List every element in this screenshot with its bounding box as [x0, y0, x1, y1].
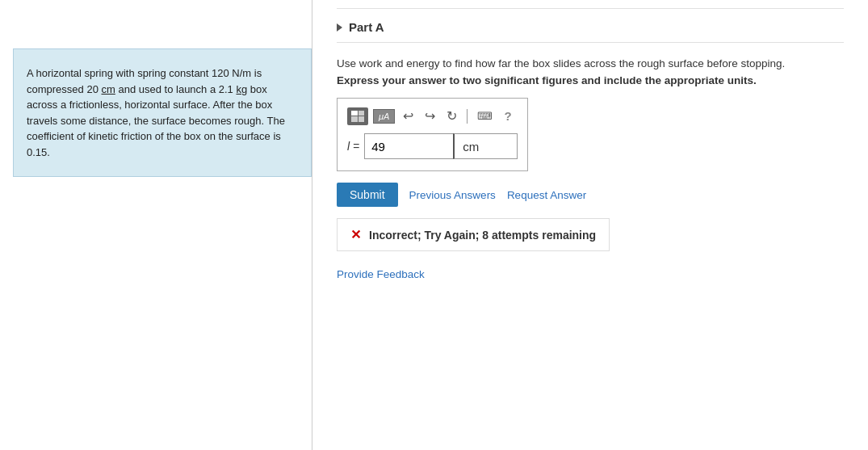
previous-answers-link[interactable]: Previous Answers — [409, 189, 496, 201]
instruction-bold: Express your answer to two significant f… — [337, 74, 844, 86]
error-box: ✕ Incorrect; Try Again; 8 attempts remai… — [337, 218, 610, 251]
matrix-button[interactable] — [347, 107, 368, 125]
answer-box: μA ↩ ↪ ↻ ⌨ ? l = cm — [337, 98, 528, 171]
matrix-icon — [351, 111, 364, 122]
part-header: Part A — [337, 8, 844, 43]
toolbar: μA ↩ ↪ ↻ ⌨ ? — [347, 107, 518, 125]
unit-text: cm — [463, 140, 479, 154]
collapse-arrow-icon[interactable] — [337, 23, 342, 32]
input-label: l = — [347, 140, 359, 153]
problem-text: A horizontal spring with spring constant… — [27, 67, 285, 158]
undo-button[interactable]: ↩ — [400, 107, 417, 125]
keyboard-button[interactable]: ⌨ — [474, 108, 496, 124]
part-title: Part A — [349, 20, 384, 34]
help-button[interactable]: ? — [501, 107, 514, 124]
error-icon: ✕ — [350, 227, 361, 242]
action-row: Submit Previous Answers Request Answer — [337, 183, 844, 207]
input-row: l = cm — [347, 133, 518, 159]
reset-button[interactable]: ↻ — [443, 107, 460, 125]
instruction-text: Use work and energy to find how far the … — [337, 57, 844, 69]
provide-feedback-link[interactable]: Provide Feedback — [337, 268, 425, 280]
submit-button[interactable]: Submit — [337, 183, 398, 207]
mu-a-button[interactable]: μA — [373, 109, 395, 124]
unit-field: cm — [453, 133, 518, 159]
right-panel: Part A Use work and energy to find how f… — [312, 0, 868, 450]
request-answer-link[interactable]: Request Answer — [507, 189, 586, 201]
problem-description: A horizontal spring with spring constant… — [13, 48, 312, 177]
toolbar-separator — [467, 109, 468, 124]
error-text: Incorrect; Try Again; 8 attempts remaini… — [369, 229, 596, 242]
answer-input[interactable] — [364, 133, 453, 159]
redo-button[interactable]: ↪ — [421, 107, 438, 125]
